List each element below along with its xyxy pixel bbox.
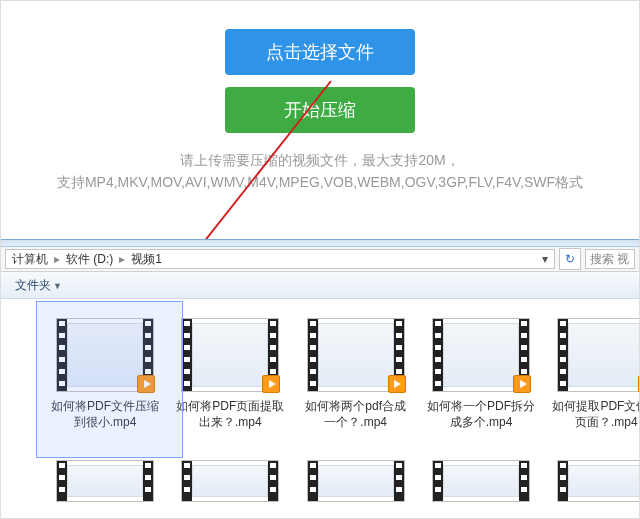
file-item[interactable]: 如何将PDF页面提取出来？.mp4: [176, 318, 284, 430]
file-name: 如何将两个pdf合成一个？.mp4: [302, 398, 410, 430]
refresh-icon: ↻: [565, 252, 575, 266]
file-item[interactable]: 如何将一个PDF拆分成多个.mp4: [427, 318, 535, 430]
breadcrumb-folder[interactable]: 视频1: [131, 251, 162, 268]
select-file-button[interactable]: 点击选择文件: [225, 29, 415, 75]
start-compress-button[interactable]: 开始压缩: [225, 87, 415, 133]
file-name: 如何提取PDF文件的页面？.mp4: [552, 398, 639, 430]
file-item[interactable]: [552, 460, 639, 508]
video-thumbnail: [56, 318, 154, 392]
window-titlebar: [1, 240, 639, 247]
explorer-toolbar: 文件夹▼: [1, 272, 639, 299]
video-thumbnail: [432, 460, 530, 502]
video-thumbnail: [307, 460, 405, 502]
chevron-right-icon: ▸: [54, 252, 60, 266]
chevron-right-icon: ▸: [119, 252, 125, 266]
play-overlay-icon: [513, 375, 531, 393]
toolbar-newfolder[interactable]: 文件夹▼: [7, 275, 70, 296]
play-overlay-icon: [388, 375, 406, 393]
file-name: 如何将PDF页面提取出来？.mp4: [176, 398, 284, 430]
video-thumbnail: [181, 318, 279, 392]
breadcrumb[interactable]: 计算机 ▸ 软件 (D:) ▸ 视频1 ▾: [5, 249, 555, 269]
video-thumbnail: [307, 318, 405, 392]
breadcrumb-drive[interactable]: 软件 (D:): [66, 251, 113, 268]
video-thumbnail: [181, 460, 279, 502]
breadcrumb-dropdown-icon[interactable]: ▾: [536, 252, 554, 266]
upload-panel: 点击选择文件 开始压缩 请上传需要压缩的视频文件，最大支持20M， 支持MP4,…: [1, 1, 639, 206]
video-thumbnail: [557, 460, 639, 502]
file-item[interactable]: [51, 460, 159, 508]
video-thumbnail: [432, 318, 530, 392]
search-placeholder: 搜索 视: [590, 251, 629, 268]
file-item[interactable]: 如何提取PDF文件的页面？.mp4: [552, 318, 639, 430]
file-item[interactable]: [427, 460, 535, 508]
file-item[interactable]: 如何将两个pdf合成一个？.mp4: [302, 318, 410, 430]
breadcrumb-computer[interactable]: 计算机: [12, 251, 48, 268]
file-item[interactable]: [176, 460, 284, 508]
refresh-button[interactable]: ↻: [559, 248, 581, 270]
address-bar: 计算机 ▸ 软件 (D:) ▸ 视频1 ▾ ↻ 搜索 视: [1, 247, 639, 272]
play-overlay-icon: [137, 375, 155, 393]
file-name: 如何将一个PDF拆分成多个.mp4: [427, 398, 535, 430]
file-name: 如何将PDF文件压缩到很小.mp4: [51, 398, 159, 430]
upload-hint: 请上传需要压缩的视频文件，最大支持20M， 支持MP4,MKV,MOV,AVI,…: [1, 149, 639, 193]
search-input[interactable]: 搜索 视: [585, 249, 635, 269]
file-item[interactable]: 如何将PDF文件压缩到很小.mp4: [51, 318, 159, 430]
hint-line2: 支持MP4,MKV,MOV,AVI,WMV,M4V,MPEG,VOB,WEBM,…: [57, 174, 583, 190]
video-thumbnail: [557, 318, 639, 392]
hint-line1: 请上传需要压缩的视频文件，最大支持20M，: [180, 152, 459, 168]
video-thumbnail: [56, 460, 154, 502]
play-overlay-icon: [638, 375, 639, 393]
file-grid: 如何将PDF文件压缩到很小.mp4 如何将PDF页面提取出来？.mp4 如何将两…: [1, 298, 639, 518]
file-explorer-window: 计算机 ▸ 软件 (D:) ▸ 视频1 ▾ ↻ 搜索 视 文件夹▼: [1, 239, 639, 518]
play-overlay-icon: [262, 375, 280, 393]
chevron-down-icon: ▼: [53, 281, 62, 291]
file-item[interactable]: [302, 460, 410, 508]
